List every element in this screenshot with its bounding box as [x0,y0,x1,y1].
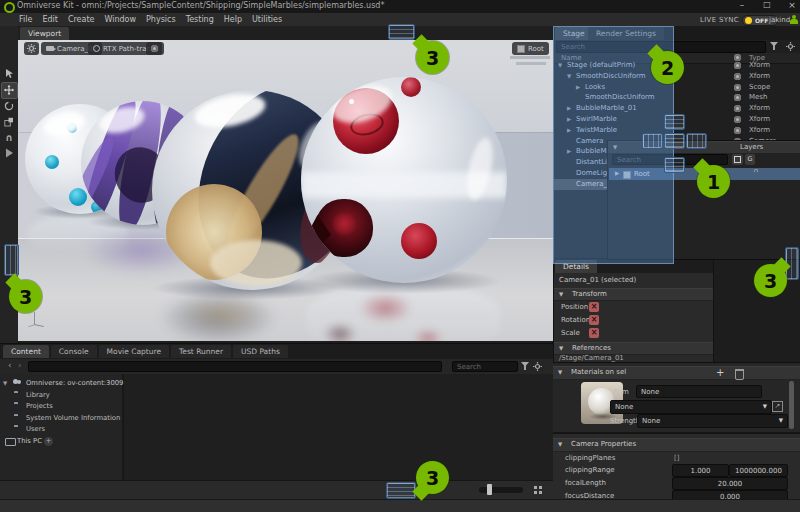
dock-target-bottom[interactable] [664,157,685,173]
move-tool-icon[interactable] [4,85,14,95]
material-dropdown[interactable]: None ▼ [610,400,772,414]
bubble-gleam [331,211,357,237]
materials-section-header[interactable]: ▼ Materials on sel + [553,366,800,380]
filter-icon[interactable] [521,362,529,370]
user-avatar-icon[interactable] [790,15,798,24]
scrollbar[interactable] [789,381,794,429]
visibility-button[interactable] [146,42,162,55]
property-row: clippingPlanes [] [553,452,800,464]
menu-window[interactable]: Window [99,15,141,24]
delete-material-icon[interactable] [735,369,744,380]
clipping-planes-value[interactable]: [] [674,454,679,462]
focal-length-field[interactable]: 20.000 [672,477,788,490]
rotate-tool-icon[interactable] [4,101,14,111]
gear-icon[interactable] [533,362,542,371]
tab-viewport[interactable]: Viewport [20,27,69,40]
menu-testing[interactable]: Testing [181,15,219,24]
tab-content[interactable]: Content [3,345,49,358]
add-connection-button[interactable]: + [44,437,53,446]
eye-icon[interactable] [734,84,741,91]
select-tool-icon[interactable] [4,68,14,79]
slider-handle[interactable] [487,484,492,495]
viewport-3d-scene[interactable]: Camera_01 RTX Path-traced Root [18,40,553,341]
red-bubble-small [401,77,421,97]
maximize-button[interactable]: □ [759,0,775,12]
callout-2: 2 [651,51,684,84]
viewport-settings-button[interactable] [24,42,39,55]
eye-icon[interactable] [734,127,741,134]
eye-icon[interactable] [734,73,741,80]
dock-target-screen-left[interactable] [4,244,19,276]
content-search-input[interactable] [452,361,518,372]
clear-transform-button[interactable]: × [589,328,599,338]
tree-item-label: Projects [26,402,53,410]
tree-item-this-pc[interactable]: This PC + [0,436,122,447]
tree-item-folder[interactable]: Library [0,390,122,401]
marble-bubble-02[interactable] [301,77,507,283]
clipping-range-max-field[interactable]: 1000000.000 [729,464,788,477]
minimize-button[interactable]: – [734,0,750,12]
menu-file[interactable]: File [14,15,37,24]
grid-view-icon[interactable] [534,486,537,489]
tree-item-omniverse[interactable]: ▼ Omniverse: ov-content:3009 [0,378,122,389]
open-material-icon[interactable]: ↗ [772,401,783,412]
eye-icon[interactable] [734,62,741,69]
eye-icon[interactable] [734,94,741,101]
tree-item-label: System Volume Information [26,414,120,422]
clear-transform-button[interactable]: × [589,302,599,312]
tree-item-folder[interactable]: Users [0,424,122,435]
gear-icon[interactable] [786,42,795,51]
callout-3-bottom: 3 [416,461,449,494]
glass-highlight [41,108,87,140]
snap-tool-icon[interactable]: ∩ [4,132,14,143]
menu-help[interactable]: Help [219,15,247,24]
global-mode-button[interactable]: G [745,154,755,165]
axis-gizmo [28,312,44,328]
menu-edit[interactable]: Edit [37,15,63,24]
address-bar-input[interactable] [28,361,442,372]
live-sync-state: OFF [755,17,768,24]
strength-dropdown[interactable]: None ▼ [637,414,788,428]
filter-icon[interactable] [770,42,778,50]
camera-section-header[interactable]: ▼ Camera Properties [553,438,800,452]
tree-item-folder[interactable]: Projects [0,401,122,412]
dock-target-screen-top[interactable] [388,24,415,40]
content-file-area[interactable] [124,374,553,480]
tab-console[interactable]: Console [51,345,97,358]
scale-tool-icon[interactable] [4,117,14,127]
eye-icon[interactable] [734,105,741,112]
forward-button[interactable]: › [18,360,22,370]
tab-test-runner[interactable]: Test Runner [171,345,231,358]
dock-target-top[interactable] [664,114,685,130]
tree-item-label: Users [26,425,45,433]
clipping-range-min-field[interactable]: 1.000 [672,464,729,477]
viewport-stats [510,56,550,59]
add-material-button[interactable]: + [716,367,724,378]
play-button-icon[interactable] [5,148,14,158]
transform-section-header[interactable]: ▼ Transform [554,288,713,301]
eye-icon[interactable] [734,116,741,123]
tree-item-folder[interactable]: System Volume Information [0,413,122,424]
dock-target-center[interactable] [664,133,685,149]
thumbnail-size-slider[interactable] [479,487,523,493]
tree-item-label: This PC [17,437,42,445]
tab-usd-paths[interactable]: USD Paths [233,345,288,358]
prim-field[interactable]: None [636,385,762,398]
layer-mode-button[interactable] [732,154,743,165]
menu-physics[interactable]: Physics [141,15,181,24]
property-row: clippingRange 1.000 1000000.000 [553,464,800,477]
transform-row: Position × [554,302,713,314]
dock-target-left[interactable] [642,133,663,149]
back-button[interactable]: ‹ [8,360,12,370]
tab-movie-capture[interactable]: Movie Capture [99,345,169,358]
menu-utilities[interactable]: Utilities [247,15,287,24]
close-button[interactable]: × [784,0,800,12]
dock-target-right[interactable] [686,133,707,149]
user-name[interactable]: jakind [769,16,790,24]
chevron-down-icon: ▼ [763,404,767,410]
clear-transform-button[interactable]: × [589,315,599,325]
nav-root-button[interactable]: Root [512,42,549,55]
callout-3-top: 3 [416,41,449,74]
menu-create[interactable]: Create [63,15,100,24]
live-sync-label: LIVE SYNC [700,16,739,24]
